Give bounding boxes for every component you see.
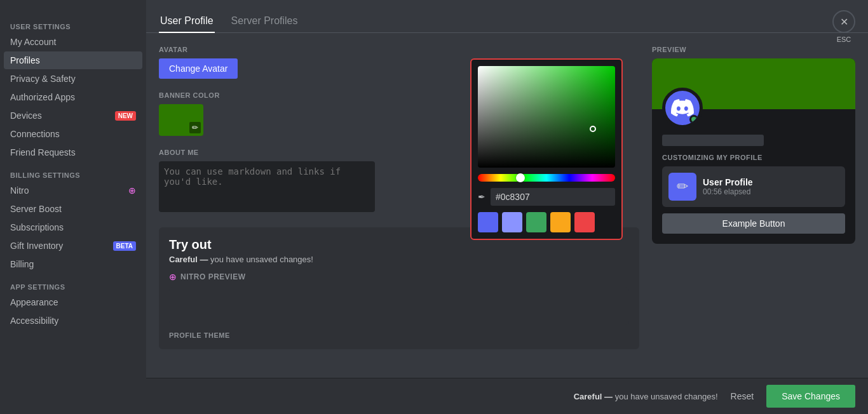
sidebar-item-my-account[interactable]: My Account	[4, 33, 142, 51]
sidebar-item-label: Billing	[10, 259, 34, 269]
preview-label: PREVIEW	[652, 46, 855, 53]
main-content: ✕ ESC User Profile Server Profiles AVATA…	[146, 0, 868, 414]
sidebar-item-label: Accessibility	[10, 316, 58, 326]
sidebar-item-server-boost[interactable]: Server Boost	[4, 200, 142, 218]
bottom-bar: Careful — you have unsaved changes! Rese…	[146, 378, 868, 414]
online-status-dot	[689, 115, 698, 124]
avatar	[662, 88, 703, 128]
esc-button[interactable]: ✕ ESC	[832, 10, 855, 43]
color-gradient[interactable]	[478, 66, 615, 168]
sidebar-item-label: Devices	[10, 110, 42, 121]
example-button[interactable]: Example Button	[662, 213, 845, 234]
sidebar-item-label: Friend Requests	[10, 147, 76, 157]
hue-slider[interactable]	[478, 174, 615, 182]
eyedropper-icon: ✒	[478, 192, 485, 202]
nitro-preview-card	[169, 287, 629, 325]
profile-avatar-wrapper	[662, 88, 703, 128]
sidebar: User Settings My Account Profiles Privac…	[0, 0, 146, 414]
sidebar-item-billing[interactable]: Billing	[4, 255, 142, 273]
sidebar-item-privacy-safety[interactable]: Privacy & Safety	[4, 70, 142, 88]
sidebar-item-accessibility[interactable]: Accessibility	[4, 312, 142, 330]
banner-color-swatch[interactable]: ✏	[159, 104, 203, 136]
esc-label: ESC	[837, 36, 851, 43]
change-avatar-button[interactable]: Change Avatar	[159, 58, 238, 79]
profile-theme-label: PROFILE THEME	[169, 331, 629, 339]
profile-card: CUSTOMIZING MY PROFILE ✏ User Profile 00…	[652, 58, 855, 244]
avatar-label: AVATAR	[159, 46, 639, 53]
sidebar-item-appearance[interactable]: Appearance	[4, 293, 142, 311]
color-picker-cursor	[590, 126, 596, 132]
sidebar-item-label: Authorized Apps	[10, 92, 75, 102]
try-out-warning: Careful — you have unsaved changes!	[169, 255, 629, 264]
preset-color-green[interactable]	[526, 212, 546, 232]
reset-button[interactable]: Reset	[726, 389, 759, 404]
devices-badge: NEW	[115, 111, 136, 121]
sidebar-item-label: Connections	[10, 129, 60, 139]
activity-icon: ✏	[668, 173, 696, 201]
profile-banner	[652, 58, 855, 109]
activity-info: User Profile 00:56 elapsed	[703, 177, 839, 196]
sidebar-item-friend-requests[interactable]: Friend Requests	[4, 144, 142, 161]
sidebar-item-label: Privacy & Safety	[10, 74, 76, 84]
nitro-preview-row: ⊕ NITRO PREVIEW	[169, 272, 629, 282]
nitro-icon: ⊕	[128, 185, 136, 196]
sidebar-item-nitro[interactable]: Nitro ⊕	[4, 182, 142, 199]
profile-body: CUSTOMIZING MY PROFILE ✏ User Profile 00…	[652, 109, 855, 244]
preset-color-blue[interactable]	[478, 212, 498, 232]
sidebar-item-subscriptions[interactable]: Subscriptions	[4, 218, 142, 236]
profile-name-blurred	[662, 135, 764, 146]
sidebar-item-devices[interactable]: Devices NEW	[4, 107, 142, 124]
content-area: AVATAR Change Avatar BANNER COLOR ✏	[146, 33, 868, 414]
left-panel: AVATAR Change Avatar BANNER COLOR ✏	[159, 46, 639, 363]
sidebar-item-label: Subscriptions	[10, 222, 64, 232]
color-picker-popup: ✒	[470, 58, 623, 240]
hue-thumb	[516, 173, 525, 182]
nitro-preview-icon: ⊕	[169, 272, 177, 282]
sidebar-item-connections[interactable]: Connections	[4, 125, 142, 143]
preset-colors	[478, 212, 615, 232]
preset-color-yellow[interactable]	[550, 212, 571, 232]
preset-color-pink[interactable]	[574, 212, 595, 232]
sidebar-item-label: Server Boost	[10, 204, 62, 214]
customizing-my-profile-label: CUSTOMIZING MY PROFILE	[662, 154, 845, 161]
preset-color-purple[interactable]	[502, 212, 522, 232]
hue-slider-container	[478, 174, 615, 182]
sidebar-item-label: Gift Inventory	[10, 241, 63, 251]
sidebar-item-authorized-apps[interactable]: Authorized Apps	[4, 88, 142, 106]
tab-server-profiles[interactable]: Server Profiles	[230, 10, 299, 33]
sidebar-item-gift-inventory[interactable]: Gift Inventory BETA	[4, 237, 142, 255]
sidebar-item-label: My Account	[10, 37, 56, 47]
nitro-preview-label: NITRO PREVIEW	[180, 272, 246, 281]
sidebar-item-label: Profiles	[10, 55, 40, 65]
preview-panel: PREVIEW CUSTOMIZING	[652, 46, 855, 363]
tabs: User Profile Server Profiles	[146, 0, 868, 33]
gift-inventory-badge: BETA	[113, 241, 136, 251]
pencil-activity-icon: ✏	[677, 178, 688, 195]
pencil-icon: ✏	[189, 122, 201, 133]
app-settings-label: App Settings	[4, 278, 142, 293]
activity-name: User Profile	[703, 177, 839, 187]
sidebar-item-profiles[interactable]: Profiles	[4, 51, 142, 69]
hex-input[interactable]	[491, 188, 615, 206]
activity-time: 00:56 elapsed	[703, 187, 839, 196]
user-settings-label: User Settings	[4, 18, 142, 33]
about-me-textarea[interactable]	[159, 161, 375, 212]
try-out-section: Try out Careful — you have unsaved chang…	[159, 227, 639, 349]
save-changes-button[interactable]: Save Changes	[766, 385, 855, 408]
billing-settings-label: Billing Settings	[4, 166, 142, 182]
tab-user-profile[interactable]: User Profile	[159, 10, 215, 33]
eyedropper-button[interactable]: ✒	[478, 192, 485, 202]
close-icon[interactable]: ✕	[832, 10, 855, 33]
discord-logo-icon	[671, 99, 694, 117]
hex-row: ✒	[478, 188, 615, 206]
unsaved-warning: Careful — you have unsaved changes!	[574, 392, 718, 401]
sidebar-item-label: Appearance	[10, 297, 58, 307]
sidebar-item-label: Nitro	[10, 185, 29, 196]
activity-row: ✏ User Profile 00:56 elapsed	[662, 166, 845, 207]
